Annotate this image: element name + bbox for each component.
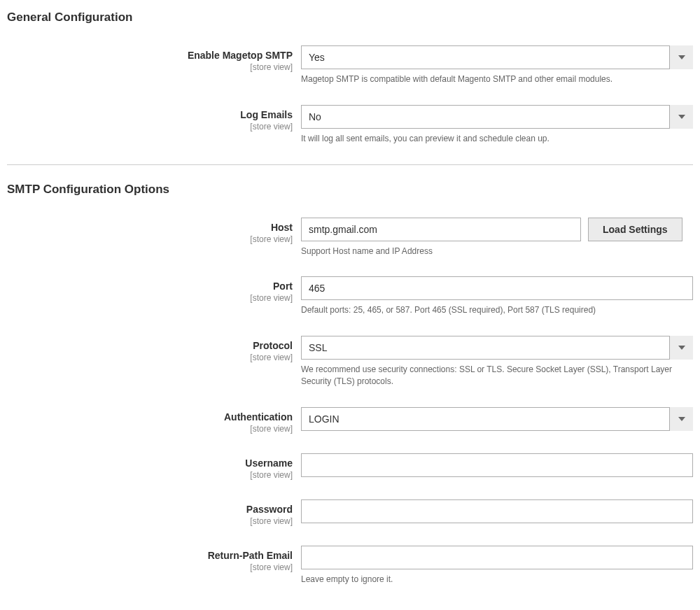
scope-label: [store view] <box>7 562 293 572</box>
scope-label: [store view] <box>7 62 293 72</box>
field-protocol: Protocol [store view] SSL We recommend u… <box>7 336 693 388</box>
field-label: Enable Magetop SMTP <box>7 50 293 61</box>
port-input[interactable] <box>301 276 693 300</box>
field-label: Host <box>7 222 293 233</box>
field-enable-smtp: Enable Magetop SMTP [store view] Yes Mag… <box>7 45 693 85</box>
section-title-smtp: SMTP Configuration Options <box>7 183 693 197</box>
field-note: Default ports: 25, 465, or 587. Port 465… <box>301 304 693 316</box>
scope-label: [store view] <box>7 122 293 132</box>
field-label: Username <box>7 458 293 469</box>
section-divider <box>7 164 693 165</box>
field-return-path: Return-Path Email [store view] Leave emp… <box>7 546 693 586</box>
scope-label: [store view] <box>7 234 293 244</box>
host-input[interactable] <box>301 218 581 241</box>
return-path-input[interactable] <box>301 546 693 569</box>
authentication-select[interactable]: LOGIN <box>301 407 693 431</box>
field-note: Magetop SMTP is compatible with default … <box>301 73 693 85</box>
scope-label: [store view] <box>7 516 293 526</box>
field-label: Port <box>7 281 293 292</box>
field-password: Password [store view] <box>7 499 693 526</box>
enable-smtp-select[interactable]: Yes <box>301 45 693 69</box>
field-label: Return-Path Email <box>7 550 293 561</box>
username-input[interactable] <box>301 453 693 477</box>
field-note: Leave empty to ignore it. <box>301 574 693 586</box>
load-settings-button[interactable]: Load Settings <box>588 218 682 241</box>
field-note: It will log all sent emails, you can pre… <box>301 133 693 145</box>
field-label: Authentication <box>7 411 293 423</box>
section-title-general: General Configuration <box>7 10 693 24</box>
field-label: Log Emails <box>7 109 293 120</box>
password-input[interactable] <box>301 499 693 523</box>
scope-label: [store view] <box>7 353 293 362</box>
field-note: Support Host name and IP Address <box>301 246 693 257</box>
field-label: Protocol <box>7 340 293 351</box>
field-host: Host [store view] Load Settings Support … <box>7 218 693 257</box>
scope-label: [store view] <box>7 293 293 303</box>
protocol-select[interactable]: SSL <box>301 336 693 360</box>
scope-label: [store view] <box>7 424 293 434</box>
field-log-emails: Log Emails [store view] No It will log a… <box>7 105 693 145</box>
field-note: We recommend use security connections: S… <box>301 364 693 388</box>
field-port: Port [store view] Default ports: 25, 465… <box>7 276 693 316</box>
log-emails-select[interactable]: No <box>301 105 693 129</box>
field-username: Username [store view] <box>7 453 693 480</box>
field-label: Password <box>7 504 293 515</box>
field-authentication: Authentication [store view] LOGIN <box>7 407 693 434</box>
scope-label: [store view] <box>7 470 293 480</box>
